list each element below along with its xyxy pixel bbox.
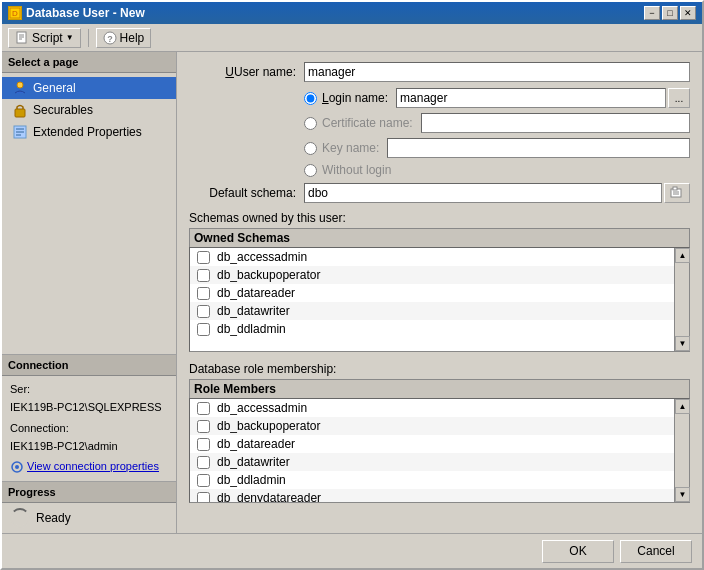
certificate-name-radio[interactable] (304, 117, 317, 130)
window-title: Database User - New (26, 6, 145, 20)
help-button[interactable]: ? Help (96, 28, 152, 48)
schema-item-0: db_accessadmin (190, 248, 674, 266)
schemas-list-content: db_accessadmin db_backupoperator (190, 248, 674, 351)
role-checkbox-3[interactable] (197, 456, 210, 469)
minimize-button[interactable]: − (644, 6, 660, 20)
svg-rect-17 (673, 187, 677, 190)
key-name-input[interactable] (387, 138, 690, 158)
login-name-row: Login name: ... (189, 88, 690, 108)
general-icon (12, 80, 28, 96)
script-icon (15, 31, 29, 45)
main-window: D Database User - New − □ ✕ Script ▼ (0, 0, 704, 570)
schemas-section: Schemas owned by this user: Owned Schema… (189, 211, 690, 352)
title-bar: D Database User - New − □ ✕ (2, 2, 702, 24)
schema-checkbox-0[interactable] (197, 251, 210, 264)
select-page-header: Select a page (2, 52, 176, 73)
sidebar-item-general-label: General (33, 81, 76, 95)
user-name-label: UUser name: (189, 65, 304, 79)
role-name-4: db_ddladmin (217, 473, 286, 487)
schemas-label: Schemas owned by this user: (189, 211, 690, 225)
script-button[interactable]: Script ▼ (8, 28, 81, 48)
progress-header: Progress (2, 482, 176, 503)
role-name-1: db_backupoperator (217, 419, 320, 433)
sidebar-item-extended-properties-label: Extended Properties (33, 125, 142, 139)
sidebar-item-general[interactable]: General (2, 77, 176, 99)
schema-check-3 (194, 305, 212, 318)
sidebar-item-securables-label: Securables (33, 103, 93, 117)
without-login-label: Without login (322, 163, 391, 177)
svg-text:?: ? (107, 34, 113, 44)
connection-icon (10, 460, 24, 474)
role-checkbox-0[interactable] (197, 402, 210, 415)
progress-section: Progress Ready (2, 481, 176, 533)
schema-checkbox-4[interactable] (197, 323, 210, 336)
key-name-radio[interactable] (304, 142, 317, 155)
without-login-radio[interactable] (304, 164, 317, 177)
key-name-row: Key name: (189, 138, 690, 158)
role-check-5 (194, 492, 212, 503)
schema-item-3: db_datawriter (190, 302, 674, 320)
schema-item-4: db_ddladmin (190, 320, 674, 338)
server-value: IEK119B-PC12\SQLEXPRESS (10, 401, 162, 413)
role-name-5: db_denydatareader (217, 491, 321, 502)
schema-name-1: db_backupoperator (217, 268, 320, 282)
role-checkbox-2[interactable] (197, 438, 210, 451)
certificate-name-input[interactable] (421, 113, 690, 133)
server-label: Ser: IEK119B-PC12\SQLEXPRESS (10, 381, 168, 416)
role-scrollbar: ▲ ▼ (674, 399, 689, 502)
default-schema-row: Default schema: (189, 183, 690, 203)
role-scroll-up[interactable]: ▲ (675, 399, 690, 414)
svg-point-8 (17, 82, 23, 88)
role-checkbox-4[interactable] (197, 474, 210, 487)
extended-properties-icon (12, 124, 28, 140)
svg-point-15 (15, 465, 19, 469)
close-button[interactable]: ✕ (680, 6, 696, 20)
role-label: Database role membership: (189, 362, 690, 376)
user-name-input[interactable] (304, 62, 690, 82)
role-checkbox-1[interactable] (197, 420, 210, 433)
schema-item-2: db_datareader (190, 284, 674, 302)
connection-info: Ser: IEK119B-PC12\SQLEXPRESS Connection:… (2, 376, 176, 481)
login-name-browse-button[interactable]: ... (668, 88, 690, 108)
toolbar: Script ▼ ? Help (2, 24, 702, 52)
sidebar-item-extended-properties[interactable]: Extended Properties (2, 121, 176, 143)
role-item-4: db_ddladmin (190, 471, 674, 489)
login-name-input[interactable] (396, 88, 666, 108)
view-connection-link[interactable]: View connection properties (10, 458, 168, 476)
maximize-button[interactable]: □ (662, 6, 678, 20)
role-table-header: Role Members (189, 379, 690, 398)
role-checkbox-5[interactable] (197, 492, 210, 503)
role-scroll-down[interactable]: ▼ (675, 487, 690, 502)
role-item-3: db_datawriter (190, 453, 674, 471)
securables-icon (12, 102, 28, 118)
role-item-0: db_accessadmin (190, 399, 674, 417)
connection-value: IEK119B-PC12\admin (10, 440, 118, 452)
schema-checkbox-3[interactable] (197, 305, 210, 318)
role-item-5: db_denydatareader (190, 489, 674, 502)
schema-checkbox-1[interactable] (197, 269, 210, 282)
without-login-row: Without login (189, 163, 690, 177)
default-schema-browse-button[interactable] (664, 183, 690, 203)
ok-button[interactable]: OK (542, 540, 614, 563)
schema-name-3: db_datawriter (217, 304, 290, 318)
key-name-label: Key name: (322, 141, 379, 155)
login-name-radio[interactable] (304, 92, 317, 105)
help-label: Help (120, 31, 145, 45)
role-check-1 (194, 420, 212, 433)
role-section: Database role membership: Role Members d… (189, 362, 690, 503)
default-schema-input[interactable] (304, 183, 662, 203)
role-item-2: db_datareader (190, 435, 674, 453)
main-content: Select a page General Securables (2, 52, 702, 533)
role-scroll-thumb (675, 414, 689, 487)
schemas-scroll-down[interactable]: ▼ (675, 336, 690, 351)
role-check-4 (194, 474, 212, 487)
view-connection-label: View connection properties (27, 458, 159, 476)
cancel-button[interactable]: Cancel (620, 540, 692, 563)
schema-name-4: db_ddladmin (217, 322, 286, 336)
schema-checkbox-2[interactable] (197, 287, 210, 300)
schemas-scrollbar: ▲ ▼ (674, 248, 689, 351)
sidebar-item-securables[interactable]: Securables (2, 99, 176, 121)
schemas-scroll-up[interactable]: ▲ (675, 248, 690, 263)
certificate-name-label: Certificate name: (322, 116, 413, 130)
nav-items: General Securables Ext (2, 73, 176, 147)
